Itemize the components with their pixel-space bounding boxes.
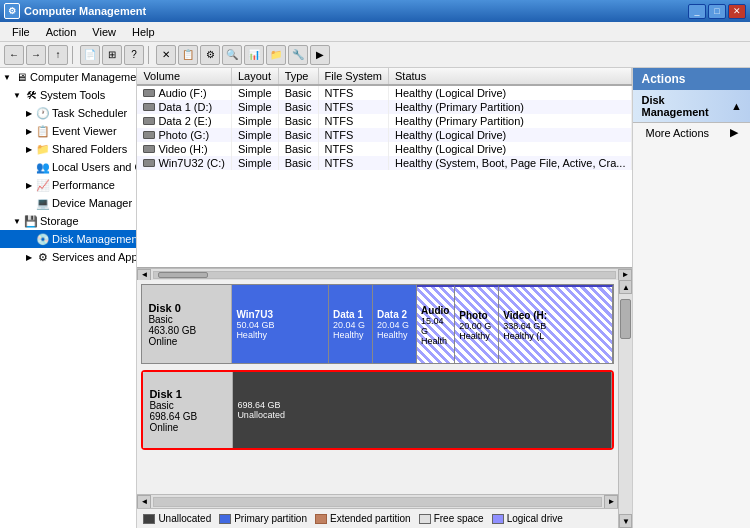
col-filesystem[interactable]: File System: [318, 68, 388, 85]
tree-arrow-computer-management[interactable]: ▼: [2, 72, 12, 82]
disk-hscroll-left[interactable]: ◄: [137, 495, 151, 509]
toolbar-action5[interactable]: 📊: [244, 45, 264, 65]
table-row[interactable]: Data 2 (E:)SimpleBasicNTFSHealthy (Prima…: [137, 114, 632, 128]
col-layout[interactable]: Layout: [232, 68, 279, 85]
tree-arrow-performance[interactable]: ▶: [24, 180, 34, 190]
toolbar-properties[interactable]: ⊞: [102, 45, 122, 65]
col-type[interactable]: Type: [278, 68, 318, 85]
sidebar-item-storage[interactable]: ▼ 💾 Storage: [0, 212, 136, 230]
volume-icon: [143, 131, 155, 139]
toolbar-action7[interactable]: 🔧: [288, 45, 308, 65]
toolbar-action6[interactable]: 📁: [266, 45, 286, 65]
menu-view[interactable]: View: [84, 24, 124, 40]
toolbar-action3[interactable]: ⚙: [200, 45, 220, 65]
disk-hscroll-right[interactable]: ►: [604, 495, 618, 509]
vscroll-up-btn[interactable]: ▲: [619, 280, 632, 294]
sidebar-item-event-viewer[interactable]: ▶ 📋 Event Viewer: [0, 122, 136, 140]
toolbar-action4[interactable]: 🔍: [222, 45, 242, 65]
legend-unallocated: Unallocated: [143, 513, 211, 524]
partition-0-5[interactable]: Video (H: 338.64 GB Healthy (L: [499, 285, 613, 363]
toolbar-forward[interactable]: →: [26, 45, 46, 65]
sidebar-item-services[interactable]: ▶ ⚙ Services and Applica...: [0, 248, 136, 266]
partition-0-2[interactable]: Data 2 20.04 G Healthy: [373, 285, 417, 363]
tree-arrow-storage[interactable]: ▼: [12, 216, 22, 226]
partition-0-4[interactable]: Photo 20.00 G Healthy: [455, 285, 499, 363]
legend-primary: Primary partition: [219, 513, 307, 524]
partition-0-3[interactable]: Audio 15.04 G Health: [417, 285, 455, 363]
cell-layout-3: Simple: [232, 128, 279, 142]
hscroll-left-btn[interactable]: ◄: [137, 269, 151, 281]
cell-volume-4: Video (H:): [137, 142, 231, 156]
toolbar: ← → ↑ 📄 ⊞ ? ✕ 📋 ⚙ 🔍 📊 📁 🔧 ▶: [0, 42, 750, 68]
cell-volume-5: Win7U32 (C:): [137, 156, 231, 170]
cell-fs-5: NTFS: [318, 156, 388, 170]
tools-icon: 🛠: [24, 88, 38, 102]
minimize-button[interactable]: _: [688, 4, 706, 19]
vscroll-thumb[interactable]: [620, 299, 631, 339]
menu-help[interactable]: Help: [124, 24, 163, 40]
partition-1-0[interactable]: 698.64 GB Unallocated: [233, 372, 612, 448]
disk-vscrollbar[interactable]: ▲ ▼: [618, 280, 632, 528]
cell-status-5: Healthy (System, Boot, Page File, Active…: [389, 156, 632, 170]
disk-info-1: Disk 1 Basic 698.64 GB Online: [143, 372, 233, 448]
sidebar-item-shared-folders[interactable]: ▶ 📁 Shared Folders: [0, 140, 136, 158]
legend-extended: Extended partition: [315, 513, 411, 524]
disk-hscrollbar[interactable]: ◄ ►: [137, 494, 618, 508]
col-volume[interactable]: Volume: [137, 68, 231, 85]
col-status[interactable]: Status: [389, 68, 632, 85]
more-actions-item[interactable]: More Actions ▶: [633, 123, 750, 142]
sidebar-item-device-manager[interactable]: ▶ 💻 Device Manager: [0, 194, 136, 212]
toolbar-back[interactable]: ←: [4, 45, 24, 65]
cell-status-1: Healthy (Primary Partition): [389, 100, 632, 114]
sidebar-item-task-scheduler[interactable]: ▶ 🕐 Task Scheduler: [0, 104, 136, 122]
table-row[interactable]: Audio (F:)SimpleBasicNTFSHealthy (Logica…: [137, 85, 632, 100]
volume-icon: [143, 103, 155, 111]
tree-arrow-event-viewer[interactable]: ▶: [24, 126, 34, 136]
right-panel: Volume Layout Type File System Status Au…: [137, 68, 632, 528]
hscroll-right-btn[interactable]: ►: [618, 269, 632, 281]
app-icon: ⚙: [4, 3, 20, 19]
part-size-0-0: 50.04 GB: [236, 320, 324, 330]
maximize-button[interactable]: □: [708, 4, 726, 19]
disk-row-1[interactable]: Disk 1 Basic 698.64 GB Online698.64 GB U…: [141, 370, 614, 450]
toolbar-action8[interactable]: ▶: [310, 45, 330, 65]
cell-volume-0: Audio (F:): [137, 85, 231, 100]
toolbar-up[interactable]: ↑: [48, 45, 68, 65]
part-size-0-3: 15.04 G: [421, 316, 450, 336]
close-button[interactable]: ✕: [728, 4, 746, 19]
table-row[interactable]: Win7U32 (C:)SimpleBasicNTFSHealthy (Syst…: [137, 156, 632, 170]
toolbar-action2[interactable]: 📋: [178, 45, 198, 65]
toolbar-help[interactable]: ?: [124, 45, 144, 65]
tree-arrow-task-scheduler[interactable]: ▶: [24, 108, 34, 118]
table-row[interactable]: Video (H:)SimpleBasicNTFSHealthy (Logica…: [137, 142, 632, 156]
toolbar-show-hide[interactable]: 📄: [80, 45, 100, 65]
actions-section-title[interactable]: Disk Management ▲: [633, 90, 750, 123]
cell-type-1: Basic: [278, 100, 318, 114]
disk-row-0[interactable]: Disk 0 Basic 463.80 GB OnlineWin7U3 50.0…: [141, 284, 614, 364]
tree-arrow-shared-folders[interactable]: ▶: [24, 144, 34, 154]
sidebar-item-local-users[interactable]: ▶ 👥 Local Users and Gr...: [0, 158, 136, 176]
cell-layout-4: Simple: [232, 142, 279, 156]
partition-0-1[interactable]: Data 1 20.04 G Healthy: [329, 285, 373, 363]
partition-0-0[interactable]: Win7U3 50.04 GB Healthy: [232, 285, 329, 363]
sidebar-label-shared-folders: Shared Folders: [52, 143, 127, 155]
sidebar-item-disk-management[interactable]: ▶ 💿 Disk Management: [0, 230, 136, 248]
table-hscrollbar[interactable]: ◄ ►: [137, 268, 632, 280]
menu-file[interactable]: File: [4, 24, 38, 40]
sidebar-item-system-tools[interactable]: ▼ 🛠 System Tools: [0, 86, 136, 104]
table-row[interactable]: Data 1 (D:)SimpleBasicNTFSHealthy (Prima…: [137, 100, 632, 114]
tree-arrow-system-tools[interactable]: ▼: [12, 90, 22, 100]
part-status-0-5: Healthy (L: [503, 331, 608, 341]
part-name-0-2: Data 2: [377, 309, 412, 320]
sidebar-item-computer-management[interactable]: ▼ 🖥 Computer Management: [0, 68, 136, 86]
sidebar-item-performance[interactable]: ▶ 📈 Performance: [0, 176, 136, 194]
table-row[interactable]: Photo (G:)SimpleBasicNTFSHealthy (Logica…: [137, 128, 632, 142]
cell-status-3: Healthy (Logical Drive): [389, 128, 632, 142]
vscroll-down-btn[interactable]: ▼: [619, 514, 632, 528]
menu-action[interactable]: Action: [38, 24, 85, 40]
hscroll-thumb[interactable]: [158, 272, 208, 278]
toolbar-action1[interactable]: ✕: [156, 45, 176, 65]
tree-arrow-services[interactable]: ▶: [24, 252, 34, 262]
part-name-0-0: Win7U3: [236, 309, 324, 320]
volume-icon: [143, 89, 155, 97]
